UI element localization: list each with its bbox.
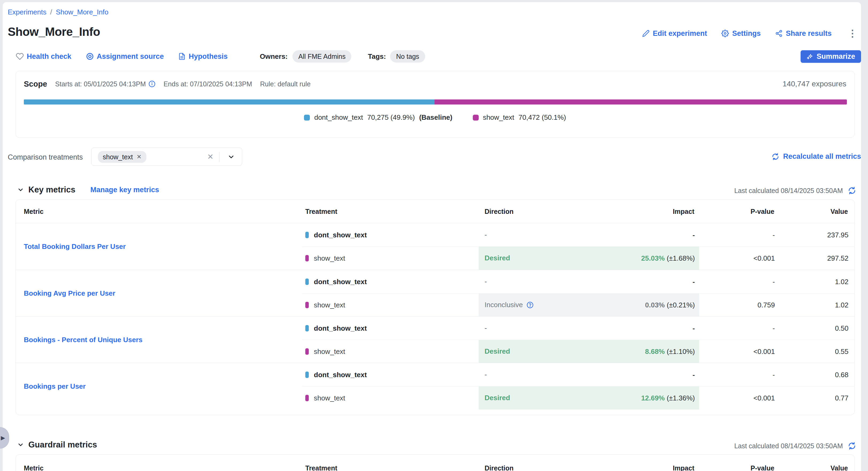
direction-cell: Desired 8.68% (±1.10%) xyxy=(479,340,699,363)
hypothesis-label: Hypothesis xyxy=(189,53,228,61)
refresh-icon[interactable] xyxy=(848,442,856,450)
treatment-chip-label: show_text xyxy=(103,153,133,161)
scope-card: Scope Starts at: 05/01/2025 04:13PM Ends… xyxy=(16,71,855,138)
direction-cell: - - xyxy=(479,223,699,246)
direction-value: Desired xyxy=(485,254,510,262)
pvalue: - xyxy=(699,370,775,379)
chevron-down-icon[interactable] xyxy=(17,186,24,193)
direction-value: - xyxy=(485,277,487,286)
table-header: Metric Treatment Direction Impact P-valu… xyxy=(16,200,855,223)
allocation-segment-baseline xyxy=(24,99,435,104)
breadcrumb: Experiments / Show_More_Info xyxy=(8,8,108,16)
impact-value: - xyxy=(692,277,695,286)
direction-cell: Inconclusive 0.03% (±0.21%) xyxy=(479,293,699,316)
impact-value: 8.68% (±1.10%) xyxy=(645,347,695,356)
comparison-treatments-label: Comparison treatments xyxy=(8,153,83,162)
impact-value: - xyxy=(692,231,695,239)
legend-treatment-name: show_text xyxy=(483,113,514,122)
treatment-name: show_text xyxy=(314,394,345,402)
key-metrics-last-calculated: Last calculated 08/14/2025 03:50AM xyxy=(734,186,856,195)
select-divider xyxy=(219,152,220,162)
comparison-treatments-select[interactable]: show_text ✕ ✕ xyxy=(91,147,242,166)
kebab-menu-icon[interactable]: ⋮ xyxy=(846,29,859,38)
impact-value: 0.03% (±0.21%) xyxy=(645,301,695,309)
settings-label: Settings xyxy=(732,29,761,38)
value: 0.77 xyxy=(775,394,848,402)
chevron-down-icon[interactable] xyxy=(227,153,235,161)
header-actions: Edit experiment Settings Share results ⋮ xyxy=(642,27,859,40)
recalculate-all-metrics-button[interactable]: Recalculate all metrics xyxy=(771,153,861,161)
owners-pill[interactable]: All FME Admins xyxy=(292,50,351,63)
tags-pill: No tags xyxy=(390,50,425,63)
exposures-count: 140,747 exposures xyxy=(783,80,846,88)
value: 297.52 xyxy=(775,254,848,262)
hypothesis-link[interactable]: Hypothesis xyxy=(178,53,228,61)
direction-value: - xyxy=(485,370,487,379)
tags-label: Tags: xyxy=(368,53,386,61)
breadcrumb-current[interactable]: Show_More_Info xyxy=(56,8,108,16)
pvalue: - xyxy=(699,324,775,332)
allocation-segment-treatment xyxy=(435,99,847,104)
heart-icon xyxy=(16,53,24,60)
treatment-chip: show_text ✕ xyxy=(98,151,146,163)
direction-value: - xyxy=(485,231,487,239)
summarize-button[interactable]: Summarize xyxy=(801,50,861,63)
column-header-value: Value xyxy=(831,464,848,471)
legend-item-baseline: dont_show_text 70,275 (49.9%) (Baseline) xyxy=(304,113,452,122)
owners-label: Owners: xyxy=(260,53,288,61)
metric-group: Total Booking Dollars Per User dont_show… xyxy=(16,223,855,270)
value: 0.50 xyxy=(775,324,848,332)
legend-item-treatment: show_text 70,472 (50.1%) xyxy=(473,113,566,122)
share-results-button[interactable]: Share results xyxy=(775,29,832,38)
value: 237.95 xyxy=(775,231,848,239)
value: 0.55 xyxy=(775,347,848,356)
edit-experiment-button[interactable]: Edit experiment xyxy=(642,29,707,38)
direction-cell: - - xyxy=(479,270,699,293)
assignment-source-label: Assignment source xyxy=(97,53,164,61)
direction-value: Inconclusive xyxy=(485,301,523,309)
file-text-icon xyxy=(178,53,186,60)
legend-treatment-detail: 70,472 (50.1%) xyxy=(519,113,566,122)
chevron-down-icon[interactable] xyxy=(17,441,24,448)
manage-key-metrics-link[interactable]: Manage key metrics xyxy=(90,186,159,194)
page-title: Show_More_Info xyxy=(8,25,100,38)
table-row: show_text Desired 8.68% (±1.10%) <0.001 … xyxy=(16,340,855,363)
recalculate-all-metrics-label: Recalculate all metrics xyxy=(783,153,861,161)
direction-cell: Desired 25.03% (±1.68%) xyxy=(479,246,699,270)
scope-starts-at: Starts at: 05/01/2025 04:13PM xyxy=(55,80,155,88)
breadcrumb-experiments[interactable]: Experiments xyxy=(8,8,46,16)
select-clear-icon[interactable]: ✕ xyxy=(207,153,214,161)
metric-group: Booking Avg Price per User dont_show_tex… xyxy=(16,270,855,316)
refresh-icon[interactable] xyxy=(848,186,856,195)
tags-block: Tags: No tags xyxy=(368,50,425,63)
gear-icon xyxy=(721,30,729,37)
legend-baseline-detail: 70,275 (49.9%) xyxy=(367,113,415,122)
key-metrics-title: Key metrics xyxy=(28,185,75,195)
health-check-link[interactable]: Health check xyxy=(16,53,71,61)
treatment-swatch xyxy=(305,302,309,308)
table-row: show_text Desired 12.69% (±1.36%) <0.001… xyxy=(16,386,855,409)
table-row: dont_show_text - - - 1.02 xyxy=(16,270,855,293)
pvalue: <0.001 xyxy=(699,394,775,402)
info-circle-icon[interactable] xyxy=(149,80,155,88)
scope-ends-at: Ends at: 07/10/2025 04:13PM xyxy=(163,80,252,88)
allocation-bar xyxy=(24,99,847,104)
value: 1.02 xyxy=(775,301,848,309)
table-row: dont_show_text - - - 0.50 xyxy=(16,316,855,340)
metric-group: Bookings per User dont_show_text - - - 0… xyxy=(16,363,855,409)
pvalue: 0.759 xyxy=(699,301,775,309)
chip-remove-icon[interactable]: ✕ xyxy=(137,154,142,160)
scope-rule: Rule: default rule xyxy=(260,80,311,88)
column-header-pvalue: P-value xyxy=(750,464,774,471)
direction-cell: - - xyxy=(479,363,699,386)
legend-baseline-name: dont_show_text xyxy=(314,113,363,122)
refresh-icon xyxy=(771,153,779,161)
pvalue: - xyxy=(699,231,775,239)
treatment-name: dont_show_text xyxy=(314,231,367,239)
column-header-value: Value xyxy=(831,207,848,215)
breadcrumb-separator: / xyxy=(50,8,52,16)
assignment-source-link[interactable]: Assignment source xyxy=(86,53,164,61)
settings-button[interactable]: Settings xyxy=(721,29,761,38)
question-circle-icon[interactable] xyxy=(527,302,533,308)
baseline-swatch xyxy=(305,232,309,238)
